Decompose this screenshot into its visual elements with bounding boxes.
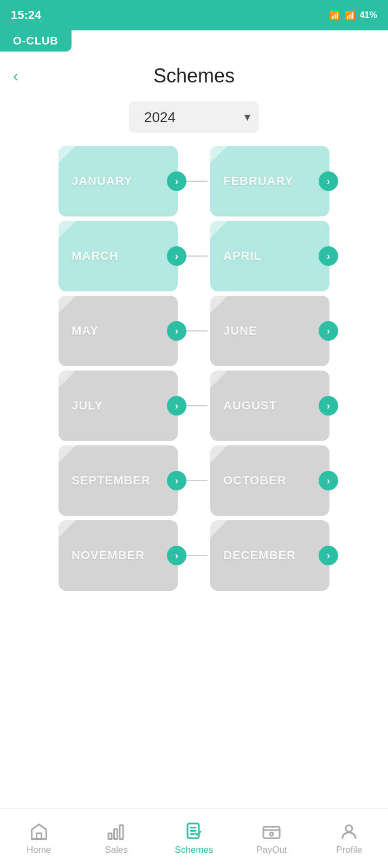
bottom-nav: Home Sales Schemes PayOut bbox=[0, 808, 388, 868]
month-card-wrap: SEPTEMBER› bbox=[59, 445, 178, 516]
month-card-wrap: FEBRUARY› bbox=[210, 146, 329, 216]
month-arrow-icon: › bbox=[167, 396, 186, 416]
month-label: OCTOBER bbox=[223, 474, 287, 488]
month-label: DECEMBER bbox=[223, 548, 296, 563]
month-label: JUNE bbox=[223, 324, 257, 338]
month-card-wrap: MAY› bbox=[59, 296, 178, 366]
sales-icon bbox=[107, 822, 126, 841]
status-time: 15:24 bbox=[11, 8, 41, 22]
month-arrow-icon: › bbox=[167, 246, 186, 266]
svg-rect-2 bbox=[114, 829, 117, 839]
home-icon bbox=[29, 822, 49, 841]
month-label: SEPTEMBER bbox=[72, 474, 151, 488]
month-card-wrap: AUGUST› bbox=[210, 371, 329, 441]
nav-label-schemes: Schemes bbox=[175, 845, 214, 856]
svg-rect-0 bbox=[36, 833, 41, 839]
month-arrow-icon: › bbox=[167, 321, 186, 341]
month-row: MAY›JUNE› bbox=[0, 296, 388, 366]
svg-point-10 bbox=[346, 825, 352, 832]
month-card-wrap: OCTOBER› bbox=[210, 445, 329, 516]
month-card-august[interactable]: AUGUST› bbox=[210, 371, 329, 441]
month-card-september[interactable]: SEPTEMBER› bbox=[59, 445, 178, 516]
month-card-june[interactable]: JUNE› bbox=[210, 296, 329, 366]
month-card-wrap: MARCH› bbox=[59, 221, 178, 291]
month-card-wrap: JULY› bbox=[59, 371, 178, 441]
month-label: JULY bbox=[72, 399, 103, 413]
month-card-february[interactable]: FEBRUARY› bbox=[210, 146, 329, 216]
month-label: MAY bbox=[72, 324, 99, 338]
month-arrow-icon: › bbox=[319, 246, 338, 266]
signal-icon: 📶 bbox=[345, 10, 355, 21]
month-row: MARCH›APRIL› bbox=[0, 221, 388, 291]
month-card-november[interactable]: NOVEMBER› bbox=[59, 520, 178, 591]
month-card-wrap: NOVEMBER› bbox=[59, 520, 178, 591]
month-card-wrap: APRIL› bbox=[210, 221, 329, 291]
month-card-march[interactable]: MARCH› bbox=[59, 221, 178, 291]
page-title: Schemes bbox=[153, 65, 235, 87]
battery-icon: 41% bbox=[360, 10, 377, 20]
month-card-wrap: JUNE› bbox=[210, 296, 329, 366]
month-arrow-icon: › bbox=[319, 546, 338, 565]
payout-icon bbox=[262, 822, 281, 841]
nav-item-payout[interactable]: PayOut bbox=[233, 822, 311, 856]
svg-rect-3 bbox=[120, 825, 123, 839]
nav-label-payout: PayOut bbox=[256, 845, 287, 856]
month-card-april[interactable]: APRIL› bbox=[210, 221, 329, 291]
status-bar: 15:24 📶 📶 41% bbox=[0, 0, 388, 30]
month-card-october[interactable]: OCTOBER› bbox=[210, 445, 329, 516]
nav-label-sales: Sales bbox=[105, 845, 128, 856]
month-card-wrap: JANUARY› bbox=[59, 146, 178, 216]
svg-rect-1 bbox=[108, 833, 112, 839]
month-card-december[interactable]: DECEMBER› bbox=[210, 520, 329, 591]
nav-item-sales[interactable]: Sales bbox=[77, 822, 155, 856]
brand-tab: O-CLUB bbox=[0, 30, 388, 52]
year-dropdown-wrapper[interactable]: 2024 2023 2025 2022 ▾ bbox=[129, 101, 259, 133]
month-label: JANUARY bbox=[72, 174, 133, 188]
profile-icon bbox=[339, 822, 359, 841]
month-label: FEBRUARY bbox=[223, 174, 293, 188]
month-row: JULY›AUGUST› bbox=[0, 371, 388, 441]
nav-item-profile[interactable]: Profile bbox=[311, 822, 388, 856]
nav-item-home[interactable]: Home bbox=[0, 822, 77, 856]
month-card-wrap: DECEMBER› bbox=[210, 520, 329, 591]
month-row: SEPTEMBER›OCTOBER› bbox=[0, 445, 388, 516]
nav-label-profile: Profile bbox=[336, 845, 362, 856]
month-row: JANUARY›FEBRUARY› bbox=[0, 146, 388, 216]
month-row: NOVEMBER›DECEMBER› bbox=[0, 520, 388, 591]
month-label: MARCH bbox=[72, 249, 119, 263]
month-card-may[interactable]: MAY› bbox=[59, 296, 178, 366]
month-arrow-icon: › bbox=[167, 546, 186, 565]
month-card-july[interactable]: JULY› bbox=[59, 371, 178, 441]
nav-item-schemes[interactable]: Schemes bbox=[155, 822, 232, 856]
month-arrow-icon: › bbox=[319, 396, 338, 416]
status-icons: 📶 📶 41% bbox=[329, 10, 377, 21]
month-arrow-icon: › bbox=[167, 171, 186, 191]
month-card-january[interactable]: JANUARY› bbox=[59, 146, 178, 216]
month-arrow-icon: › bbox=[319, 171, 338, 191]
year-dropdown[interactable]: 2024 2023 2025 2022 bbox=[129, 101, 259, 133]
wifi-icon: 📶 bbox=[329, 10, 340, 21]
month-label: AUGUST bbox=[223, 399, 277, 413]
month-arrow-icon: › bbox=[319, 471, 338, 490]
month-arrow-icon: › bbox=[167, 471, 186, 490]
month-label: NOVEMBER bbox=[72, 548, 145, 563]
svg-point-9 bbox=[270, 832, 273, 835]
brand-name: O-CLUB bbox=[13, 35, 59, 47]
month-label: APRIL bbox=[223, 249, 262, 263]
back-button[interactable]: ‹ bbox=[13, 68, 18, 84]
months-container: JANUARY›FEBRUARY›MARCH›APRIL›MAY›JUNE›JU… bbox=[0, 146, 388, 591]
month-arrow-icon: › bbox=[319, 321, 338, 341]
schemes-icon bbox=[184, 822, 204, 841]
year-selector-container: 2024 2023 2025 2022 ▾ bbox=[0, 101, 388, 133]
nav-label-home: Home bbox=[27, 845, 51, 856]
page-header: ‹ Schemes bbox=[0, 52, 388, 96]
